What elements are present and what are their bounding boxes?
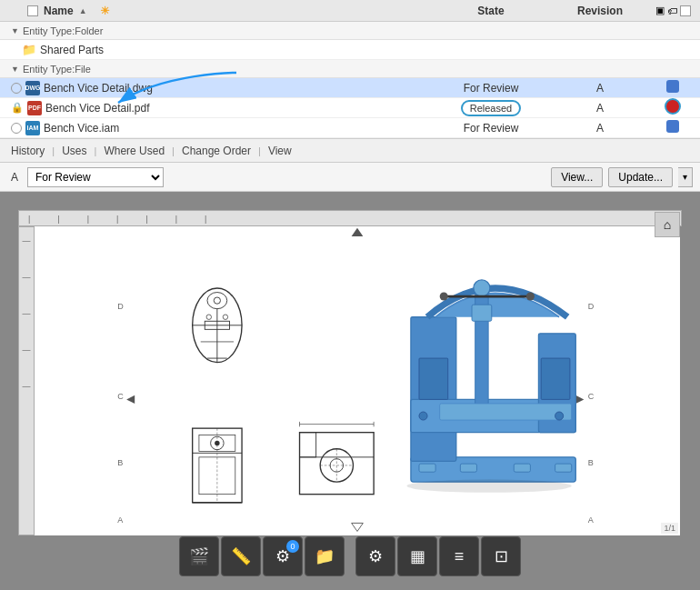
svg-point-10 [223,315,227,319]
page-number: 1/1 [661,523,678,534]
top-triangle [352,228,364,236]
part-top-left [193,288,242,363]
ruler-mark4: | [116,215,118,224]
main-wrapper: Name ▲ ☀ State Revision ▣ 🏷 ▼ Entity Typ… [0,0,700,590]
shared-parts-row[interactable]: 📁 Shared Parts [0,40,700,60]
toolbar-group-2: ⚙ ▦ ≡ ⊡ [355,536,521,576]
measure-icon: 📏 [231,546,251,566]
ruler-top: | | | | | | | [18,210,682,226]
tab-uses[interactable]: Uses [58,145,90,157]
bottom-toolbar: 🎬 📏 ⚙ 0 📁 ⚙ [179,536,521,576]
bench-vice-dwg-label: Bench Vice Detail.dwg [44,82,153,95]
bench-vice-iam-row[interactable]: IAM Bench Vice.iam For Review A [0,118,700,138]
row-d-right: D [117,302,124,311]
update-btn[interactable]: Update... [608,167,673,187]
right-arrow-c [575,395,584,404]
svg-point-36 [419,412,427,420]
col-revision-header: Revision [555,5,645,17]
display-icon: ▦ [410,546,425,566]
iam-icon: IAM [25,121,40,135]
col-state-header: State [427,5,555,17]
dwg-state: For Review [427,82,555,95]
pdf-color-dot [665,98,681,115]
dwg-revision: A [555,82,645,95]
dwg-color-dot [666,80,679,93]
svg-point-40 [440,293,448,301]
tab-view[interactable]: View [265,145,295,157]
tab-history[interactable]: History [7,145,48,157]
bench-vice-pdf-label: Bench Vice Detail.pdf [45,102,150,115]
layers-button[interactable]: ≡ [439,536,479,576]
file-group-text: Entity Type:File [23,64,91,75]
svg-point-2 [207,293,227,309]
pdf-icon: PDF [27,101,42,115]
ruler-left-mark5: — [19,382,34,391]
toolbar-row: A For Review View... Update... ▾ [0,163,700,192]
shared-parts-label: Shared Parts [40,44,104,56]
cols-icon: ▣ [655,5,665,16]
export-button[interactable]: ⊡ [481,536,521,576]
svg-rect-20 [300,433,316,457]
dwg-radio[interactable] [11,83,22,94]
measure-button[interactable]: 📏 [221,536,261,576]
file-group-label: ▼ Entity Type:File [0,60,700,78]
settings-button[interactable]: ⚙ [355,536,395,576]
folder2-button[interactable]: 📁 [305,536,345,576]
header-action-check[interactable] [680,5,691,16]
view-btn[interactable]: View... [551,167,603,187]
iam-state: For Review [427,122,555,135]
update-arrow-btn[interactable]: ▾ [678,167,693,187]
row-c-left: C [588,392,595,401]
bench-vice-dwg-row[interactable]: DWG Bench Vice Detail.dwg For Review A [0,78,700,98]
sep4: | [258,145,261,156]
ruler-left: — — — — — [18,226,35,535]
svg-point-37 [555,412,564,420]
drawing-canvas: D D C C B B A A [35,226,680,535]
svg-point-17 [215,441,219,445]
video-button[interactable]: 🎬 [179,536,219,576]
ruler-left-mark4: — [19,345,34,355]
sep3: | [172,145,175,156]
tab-where-used[interactable]: Where Used [100,145,168,157]
folder-icon: 📁 [22,43,36,56]
folder-expand-icon[interactable]: ▼ [11,26,19,35]
row-c-right: C [117,392,124,401]
settings-icon: ⚙ [368,546,383,566]
display-button[interactable]: ▦ [397,536,437,576]
tree-header: Name ▲ ☀ State Revision ▣ 🏷 [0,0,700,22]
svg-rect-46 [514,464,530,472]
released-badge: Released [461,100,521,116]
bottom-triangle [352,523,364,531]
svg-point-9 [206,315,211,319]
header-checkbox[interactable] [27,5,38,16]
drawing-svg: D D C C B B A A [35,226,680,535]
row-d-left: D [588,302,595,311]
svg-rect-35 [440,404,572,420]
ruler-mark3: | [87,215,89,224]
ruler-left-mark2: — [19,273,34,282]
settings2-badge: 0 [286,540,299,553]
svg-point-3 [214,297,220,304]
sep2: | [95,145,97,156]
iam-radio[interactable] [11,123,22,134]
svg-rect-42 [419,358,448,399]
file-expand-icon[interactable]: ▼ [11,65,19,74]
home-button[interactable]: ⌂ [655,212,680,237]
settings2-button[interactable]: ⚙ 0 [263,536,303,576]
bench-vice-iam-label: Bench Vice.iam [44,122,119,135]
ruler-mark7: | [205,215,206,224]
preview-area[interactable]: ⌂ | | | | | | | — — — — — [0,192,700,590]
iam-color-dot [666,120,679,133]
part-middle-bottom [300,422,375,495]
pdf-state: Released [427,100,555,116]
svg-point-48 [406,479,571,493]
bench-vice-pdf-row[interactable]: 🔒 PDF Bench Vice Detail.pdf Released A [0,98,700,118]
state-dropdown[interactable]: For Review [27,167,164,187]
main-part-3d [406,280,575,493]
svg-rect-44 [419,464,435,472]
tabs-bar: History | Uses | Where Used | Change Ord… [0,139,700,163]
layers-icon: ≡ [455,547,465,566]
export-icon: ⊡ [495,546,508,566]
tab-change-order[interactable]: Change Order [178,145,255,157]
ruler-mark5: | [145,215,147,224]
